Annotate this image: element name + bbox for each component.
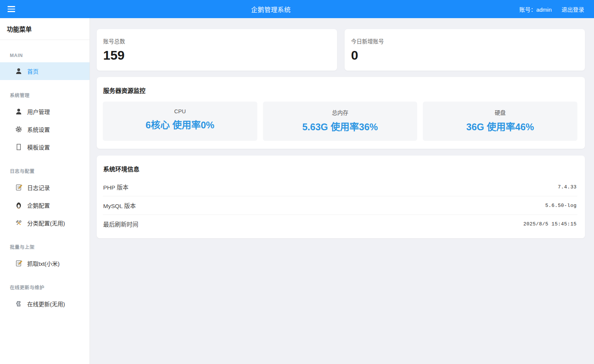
stat-card-new-accounts-today: 今日新增账号 0 [345, 29, 585, 71]
sidebar-item-user-management[interactable]: 用户管理 [0, 103, 90, 120]
top-header: 企鹅管理系统 账号：admin 退出登录 [0, 0, 594, 18]
env-value: 2025/8/5 15:45:15 [523, 221, 577, 227]
page-title: 企鹅管理系统 [23, 5, 519, 14]
stat-label: 今日新增账号 [351, 37, 576, 45]
logout-button[interactable]: 退出登录 [562, 5, 584, 13]
puzzle-icon [15, 300, 22, 307]
user-icon [15, 108, 22, 115]
sidebar-item-label: 系统设置 [27, 125, 50, 133]
memo-icon [15, 184, 22, 191]
sidebar-item-grab-txt[interactable]: 抓取txt(小米) [0, 254, 90, 272]
sidebar-group-logs-config: 日志与配置 [0, 156, 90, 179]
sidebar-group-batch: 批量与上架 [0, 232, 90, 254]
header-account-area: 账号：admin 退出登录 [519, 5, 594, 13]
gear-icon [15, 126, 22, 133]
monitor-box-disk: 硬盘 36G 使用率46% [423, 102, 577, 141]
env-label: 最后刷新时间 [103, 220, 138, 228]
sidebar-item-log-records[interactable]: 日志记录 [0, 179, 90, 196]
env-value: 7.4.33 [558, 184, 577, 190]
monitor-label: CPU [107, 108, 254, 114]
hamburger-icon [8, 6, 15, 7]
sidebar-item-penguin-config[interactable]: 企鹅配置 [0, 196, 90, 214]
env-label: MySQL 版本 [103, 201, 136, 210]
monitor-value: 36G 使用率46% [427, 119, 574, 133]
monitor-label: 硬盘 [427, 108, 574, 116]
stat-value: 159 [103, 48, 328, 62]
server-monitor-panel: 服务器资源监控 CPU 6核心 使用率0% 总内存 5.63G 使用率36% 硬… [97, 77, 585, 149]
account-label: 账号：admin [519, 5, 552, 13]
stat-value: 0 [351, 48, 576, 62]
sidebar-group-online-update: 在线更新与维护 [0, 272, 90, 295]
penguin-icon [15, 202, 22, 209]
stat-cards-row: 账号总数 159 今日新增账号 0 [97, 29, 585, 71]
panel-title: 服务器资源监控 [103, 86, 577, 95]
sidebar-item-label: 分类配置(无用) [27, 219, 65, 227]
monitor-box-memory: 总内存 5.63G 使用率36% [263, 102, 418, 141]
main-content: 账号总数 159 今日新增账号 0 服务器资源监控 CPU 6核心 使用率0% … [90, 18, 594, 364]
monitor-grid: CPU 6核心 使用率0% 总内存 5.63G 使用率36% 硬盘 36G 使用… [103, 102, 577, 141]
panel-title: 系统环境信息 [103, 164, 577, 173]
sidebar-item-home[interactable]: 首页 [0, 62, 90, 80]
env-row-php-version: PHP 版本 7.4.33 [103, 178, 577, 196]
sidebar-item-label: 用户管理 [27, 108, 50, 116]
sidebar-item-label: 模板设置 [27, 143, 50, 151]
env-label: PHP 版本 [103, 183, 128, 191]
sidebar-item-system-settings[interactable]: 系统设置 [0, 120, 90, 138]
sidebar-item-label: 抓取txt(小米) [27, 259, 60, 267]
user-icon [15, 68, 22, 75]
env-rows: PHP 版本 7.4.33 MySQL 版本 5.6.50-log 最后刷新时间… [103, 178, 577, 230]
sidebar-item-category-config[interactable]: 分类配置(无用) [0, 214, 90, 232]
env-row-last-refresh: 最后刷新时间 2025/8/5 15:45:15 [103, 215, 577, 230]
sidebar-item-online-update[interactable]: 在线更新(无用) [0, 295, 90, 313]
memo-icon [15, 260, 22, 267]
sidebar-item-template-settings[interactable]: 模板设置 [0, 138, 90, 156]
sidebar-item-label: 日志记录 [27, 184, 50, 191]
monitor-box-cpu: CPU 6核心 使用率0% [103, 102, 257, 141]
env-row-mysql-version: MySQL 版本 5.6.50-log [103, 196, 577, 215]
sidebar: 功能菜单 MAIN 首页 系统管理 用户管理 系统设置 模板设置 日志与配置 日… [0, 18, 90, 364]
stat-label: 账号总数 [103, 37, 328, 45]
sidebar-title: 功能菜单 [0, 18, 90, 40]
template-box-icon [15, 143, 22, 151]
system-env-panel: 系统环境信息 PHP 版本 7.4.33 MySQL 版本 5.6.50-log… [97, 156, 585, 238]
monitor-value: 6核心 使用率0% [107, 117, 254, 131]
sidebar-item-label: 企鹅配置 [27, 201, 50, 209]
sidebar-item-label: 在线更新(无用) [27, 300, 65, 308]
env-value: 5.6.50-log [545, 203, 577, 208]
menu-toggle-button[interactable] [0, 0, 23, 18]
sidebar-group-main: MAIN [0, 40, 90, 62]
sidebar-group-system: 系统管理 [0, 80, 90, 103]
monitor-value: 5.63G 使用率36% [267, 119, 414, 133]
monitor-label: 总内存 [267, 108, 414, 116]
sidebar-item-label: 首页 [27, 67, 39, 75]
stat-card-total-accounts: 账号总数 159 [97, 29, 337, 71]
hammer-wrench-icon [15, 219, 22, 227]
